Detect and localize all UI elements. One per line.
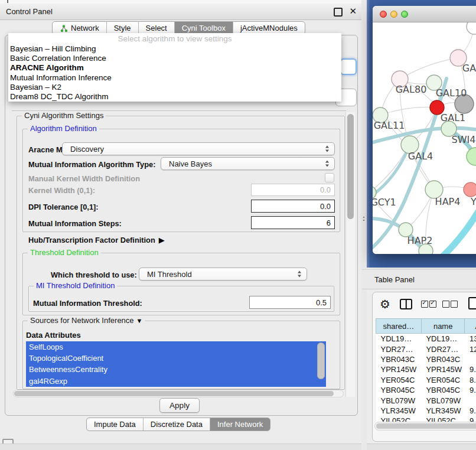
stepper-arrows-icon [325,161,330,167]
algorithm-popup-item[interactable]: Bayesian – Hill Climbing [8,44,341,54]
hub-definition-toggle[interactable]: Hub/Transcription Factor Definition▶ [28,236,165,244]
tab-style[interactable]: Style [107,22,139,34]
data-attribute-item[interactable]: gal4RGexp [26,376,326,387]
column-header[interactable]: shared… [376,319,422,334]
minimize-traffic-light-icon[interactable] [390,11,397,18]
table-horizontal-scrollbar[interactable] [374,422,476,431]
network-node-label: GAL11 [374,120,405,131]
control-panel-title: Control Panel [6,7,53,16]
tab-network-label: Network [71,24,99,32]
node-attribute-table[interactable]: shared…nameA YDL19…YDL19…13YDR27…YDR27…1… [376,318,476,422]
network-canvas[interactable]: GAL2GAL80GAL10GAL1GAL11SWI4GAL4GCY1HAP4Y… [373,22,476,254]
aracne-mode-combo[interactable]: Discovery [62,142,335,155]
kernel-width-input[interactable] [251,184,335,196]
tab-impute-data-label: Impute Data [94,420,136,429]
tab-impute-data[interactable]: Impute Data [87,418,144,431]
network-edge [380,107,437,115]
table-row[interactable]: YER054CYER054C8. [376,375,476,385]
table-cell: YBR045C [421,385,465,395]
mi-threshold-group-title: MI Threshold Definition [34,281,117,290]
dpi-tolerance-input[interactable] [251,200,335,213]
algorithm-popup-item[interactable]: Dream8 DC_TDC Algorithm [8,92,341,102]
mi-type-label: Mutual Information Algorithm Type: [28,160,155,169]
data-attribute-item[interactable]: TopologicalCoefficient [26,353,326,364]
table-row[interactable]: YBR043CYBR043C [376,354,476,364]
network-window-titlebar[interactable] [373,6,476,22]
algorithm-popup-item[interactable]: Basic Correlation Inference [8,54,341,63]
network-node[interactable] [467,22,476,34]
mi-steps-input[interactable] [251,216,335,229]
table-cell: 9. [465,364,476,374]
tab-cyni-toolbox[interactable]: Cyni Toolbox [175,22,233,34]
table-cell: YBL079W [376,395,422,405]
table-panel-title: Table Panel [374,275,415,284]
data-attribute-item[interactable]: BetweennessCentrality [26,364,326,375]
table-cell [465,395,476,405]
table-row[interactable]: YDR27…YDR27…12 [376,344,476,354]
table-cell: YLR345W [421,406,465,416]
zoom-traffic-light-icon[interactable] [401,11,408,18]
table-row[interactable]: YDL19…YDL19…13 [376,334,476,344]
algorithm-dropdown-popup: Select algorithm to view settings Bayesi… [8,33,341,102]
close-traffic-light-icon[interactable] [380,11,387,18]
tab-select-label: Select [146,24,167,32]
table-scrollbar-thumb[interactable] [376,423,476,429]
table-cell: YBR043C [421,354,465,364]
table-row[interactable]: YPR145WYPR145W9. [376,364,476,374]
tab-infer-network-label: Infer Network [217,420,263,429]
manual-kernel-label: Manual Kernel Width Definition [28,174,140,183]
tab-style-label: Style [114,24,131,32]
table-row[interactable]: YBL079WYBL079W [376,395,476,405]
apply-button-label: Apply [169,401,190,410]
tab-network[interactable]: Network [53,22,107,34]
network-node-label: HAP2 [407,235,433,246]
table-cell: YDL19… [376,334,422,344]
tab-select[interactable]: Select [139,22,175,34]
tab-discretize-data[interactable]: Discretize Data [144,418,210,431]
table-cell: 9. [465,406,476,416]
cyni-bottom-tabbar: Impute Data Discretize Data Infer Networ… [86,418,270,431]
algorithm-popup-item[interactable]: Bayesian – K2 [8,83,341,92]
settings-vertical-scrollbar[interactable] [345,112,355,397]
which-threshold-combo[interactable]: MI Threshold [139,268,307,281]
mi-steps-label: Mutual Information Steps: [28,219,122,228]
data-attribute-item[interactable]: SelfLoops [26,341,326,353]
data-attributes-list[interactable]: SelfLoopsTopologicalCoefficientBetweenne… [26,341,326,387]
kernel-width-label: Kernel Width (0,1): [28,186,95,195]
which-threshold-label: Which threshold to use: [51,270,137,279]
network-node-label: GAL2 [462,63,476,74]
window-edge-tick [7,0,8,3]
network-node-label: GAL4 [408,151,433,162]
network-view-window[interactable]: GAL2GAL80GAL10GAL1GAL11SWI4GAL4GCY1HAP4Y… [373,6,476,254]
algorithm-popup-item[interactable]: ARACNE Algorithm [8,63,341,73]
table-row[interactable]: YLR345WYLR345W9. [376,406,476,416]
column-header[interactable]: A [465,319,476,334]
network-node[interactable] [467,148,476,165]
sources-group-title[interactable]: Sources for Network Inference▼ [28,316,145,325]
column-header[interactable]: name [421,319,465,334]
table-panel-titlebar: Table Panel [362,269,476,289]
settings-scrollbar-thumb[interactable] [347,114,354,219]
algorithm-definition-title: Algorithm Definition [28,124,99,133]
close-icon[interactable]: ✕ [349,6,357,17]
network-node[interactable] [464,182,476,197]
hidden-combo-fragment [340,58,357,75]
table-panel: ⚙ ✓ ✓ shared…nameA YDL19…YDL19…13YDR27…Y… [372,292,476,442]
network-node-label: HAP4 [435,196,461,207]
apply-button[interactable]: Apply [159,398,200,413]
float-window-icon[interactable] [334,8,343,17]
manual-kernel-checkbox[interactable] [325,173,334,182]
splitter-handle[interactable] [363,216,366,221]
tab-infer-network[interactable]: Infer Network [210,418,270,431]
attributes-scrollbar-thumb[interactable] [317,343,325,379]
algorithm-popup-item[interactable]: Mutual Information Inference [8,73,341,83]
settings-horizontal-scrollbar[interactable] [13,390,344,397]
which-threshold-value: MI Threshold [147,270,192,279]
horizontal-scrollbar-thumb[interactable] [14,391,334,396]
mi-type-combo[interactable]: Naive Bayes [161,157,335,170]
table-row[interactable]: YBR045CYBR045C9. [376,385,476,395]
panel-splitter[interactable] [361,0,367,450]
mi-threshold-input[interactable] [249,296,331,309]
table-cell: YER054C [421,375,465,385]
tab-jactivemnodules[interactable]: jActiveMNodules [233,22,305,34]
